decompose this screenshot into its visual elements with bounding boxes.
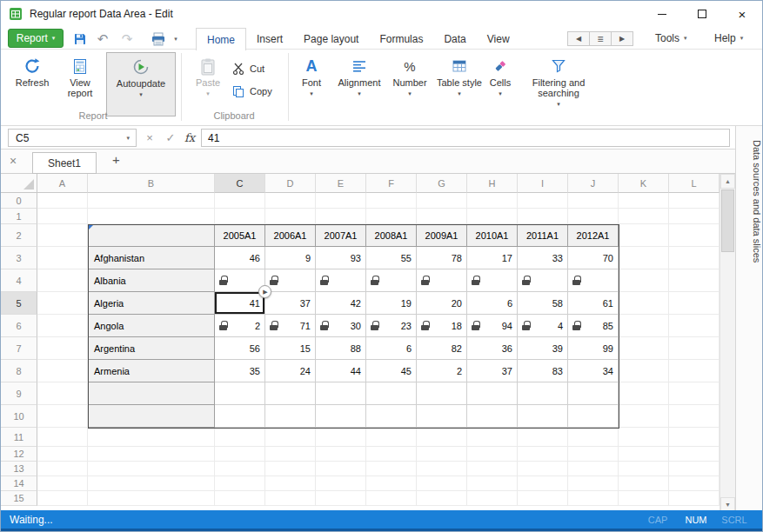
cell-B11[interactable] bbox=[88, 428, 215, 447]
cell-I9[interactable] bbox=[518, 382, 568, 405]
row-header-4[interactable]: 4 bbox=[1, 269, 37, 292]
cell-L9[interactable] bbox=[669, 382, 719, 405]
cell-I1[interactable] bbox=[518, 209, 568, 224]
font-button[interactable]: A Font ▾ bbox=[291, 55, 331, 97]
cell-F2[interactable]: 2008A1 bbox=[366, 224, 417, 247]
cell-L1[interactable] bbox=[669, 209, 719, 224]
tab-view[interactable]: View bbox=[477, 28, 520, 50]
cell-D3[interactable]: 9 bbox=[265, 247, 316, 269]
cell-A0[interactable] bbox=[37, 193, 88, 209]
cell-D4[interactable] bbox=[265, 269, 316, 292]
row-header-11[interactable]: 11 bbox=[1, 428, 37, 447]
cell-A12[interactable] bbox=[37, 447, 88, 462]
cell-B2[interactable] bbox=[88, 224, 215, 247]
cell-C8[interactable]: 35 bbox=[215, 360, 265, 382]
cell-J7[interactable]: 99 bbox=[568, 337, 619, 360]
column-header-K[interactable]: K bbox=[619, 174, 669, 193]
cell-F0[interactable] bbox=[366, 193, 417, 209]
row-header-1[interactable]: 1 bbox=[1, 209, 37, 224]
cell-E5[interactable]: 42 bbox=[316, 292, 366, 315]
cell-I7[interactable]: 39 bbox=[518, 337, 568, 360]
redo-button[interactable]: ↷ bbox=[117, 30, 137, 48]
prev-button[interactable]: ◀ bbox=[567, 31, 590, 46]
view-report-button[interactable]: View report bbox=[57, 55, 104, 98]
cell-D11[interactable] bbox=[265, 428, 316, 447]
cell-B10[interactable] bbox=[88, 405, 215, 428]
cell-I8[interactable]: 83 bbox=[518, 360, 568, 382]
cell-F4[interactable] bbox=[366, 269, 417, 292]
cell-K15[interactable] bbox=[619, 491, 669, 506]
cell-F15[interactable] bbox=[366, 491, 417, 506]
undo-button[interactable]: ↶ bbox=[93, 30, 112, 48]
cut-button[interactable]: Cut bbox=[232, 60, 264, 77]
column-header-G[interactable]: G bbox=[417, 174, 467, 193]
row-header-14[interactable]: 14 bbox=[1, 476, 37, 491]
cell-K12[interactable] bbox=[619, 447, 669, 462]
cell-D14[interactable] bbox=[265, 476, 316, 491]
tab-page-layout[interactable]: Page layout bbox=[293, 28, 369, 50]
cell-D13[interactable] bbox=[265, 462, 316, 476]
tab-data[interactable]: Data bbox=[433, 28, 476, 50]
cell-J8[interactable]: 34 bbox=[568, 360, 619, 382]
cell-B12[interactable] bbox=[88, 447, 215, 462]
row-header-12[interactable]: 12 bbox=[1, 447, 37, 462]
cell-J12[interactable] bbox=[568, 447, 619, 462]
cell-A15[interactable] bbox=[37, 491, 88, 506]
cell-D9[interactable] bbox=[265, 382, 316, 405]
cell-A14[interactable] bbox=[37, 476, 88, 491]
cell-D8[interactable]: 24 bbox=[265, 360, 316, 382]
cell-C2[interactable]: 2005A1 bbox=[215, 224, 265, 247]
minimize-button[interactable] bbox=[642, 1, 682, 27]
cell-C4[interactable] bbox=[215, 269, 265, 292]
cell-J4[interactable] bbox=[568, 269, 619, 292]
cell-K1[interactable] bbox=[619, 209, 669, 224]
vertical-scrollbar[interactable]: ▲ ▼ bbox=[719, 174, 735, 512]
row-header-8[interactable]: 8 bbox=[1, 360, 37, 382]
cell-A10[interactable] bbox=[37, 405, 88, 428]
data-sources-panel-tab[interactable]: Data sources and data slices bbox=[735, 126, 762, 510]
cell-I3[interactable]: 33 bbox=[518, 247, 568, 269]
cell-L15[interactable] bbox=[669, 491, 719, 506]
cell-J14[interactable] bbox=[568, 476, 619, 491]
cell-K5[interactable] bbox=[619, 292, 669, 315]
cell-K7[interactable] bbox=[619, 337, 669, 360]
cell-G8[interactable]: 2 bbox=[417, 360, 467, 382]
tab-home[interactable]: Home bbox=[196, 28, 246, 50]
cell-E15[interactable] bbox=[316, 491, 366, 506]
cell-J5[interactable]: 61 bbox=[568, 292, 619, 315]
cell-D0[interactable] bbox=[265, 193, 316, 209]
cell-J1[interactable] bbox=[568, 209, 619, 224]
row-header-5[interactable]: 5 bbox=[1, 292, 37, 315]
cell-D12[interactable] bbox=[265, 447, 316, 462]
column-header-D[interactable]: D bbox=[265, 174, 316, 193]
cell-G2[interactable]: 2009A1 bbox=[417, 224, 467, 247]
row-header-3[interactable]: 3 bbox=[1, 247, 37, 269]
cell-G0[interactable] bbox=[417, 193, 467, 209]
cell-K14[interactable] bbox=[619, 476, 669, 491]
cell-D5[interactable]: 37 bbox=[265, 292, 316, 315]
refresh-button[interactable]: Refresh bbox=[10, 55, 55, 88]
row-header-9[interactable]: 9 bbox=[1, 382, 37, 405]
cell-H13[interactable] bbox=[467, 462, 518, 476]
column-header-I[interactable]: I bbox=[518, 174, 568, 193]
cell-I5[interactable]: 58 bbox=[518, 292, 568, 315]
sheet-tab-sheet1[interactable]: Sheet1 bbox=[32, 152, 97, 174]
column-header-A[interactable]: A bbox=[37, 174, 88, 193]
cell-A8[interactable] bbox=[37, 360, 88, 382]
cell-J10[interactable] bbox=[568, 405, 619, 428]
cell-G5[interactable]: 20 bbox=[417, 292, 467, 315]
cell-H10[interactable] bbox=[467, 405, 518, 428]
cell-reference-box[interactable]: C5 ▾ bbox=[8, 129, 137, 147]
tab-insert[interactable]: Insert bbox=[246, 28, 293, 50]
cell-D2[interactable]: 2006A1 bbox=[265, 224, 316, 247]
cell-K9[interactable] bbox=[619, 382, 669, 405]
formula-input[interactable]: 41 bbox=[201, 129, 730, 147]
column-header-B[interactable]: B bbox=[88, 174, 215, 193]
cell-B13[interactable] bbox=[88, 462, 215, 476]
cell-J11[interactable] bbox=[568, 428, 619, 447]
row-header-10[interactable]: 10 bbox=[1, 405, 37, 428]
help-menu[interactable]: Help ▾ bbox=[714, 27, 743, 50]
row-header-7[interactable]: 7 bbox=[1, 337, 37, 360]
list-view-button[interactable]: ≡ bbox=[589, 31, 612, 46]
cell-G1[interactable] bbox=[417, 209, 467, 224]
